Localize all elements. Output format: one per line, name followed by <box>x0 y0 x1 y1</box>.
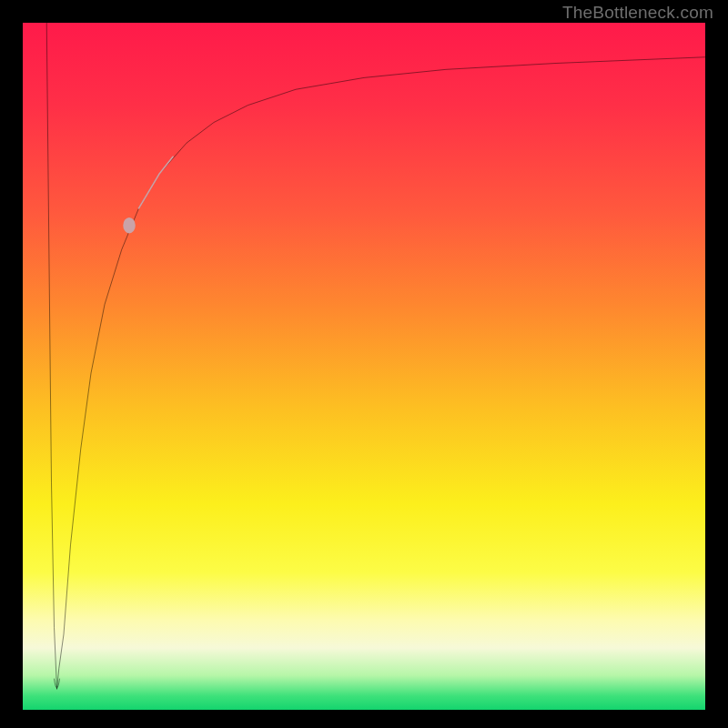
highlight-dot <box>123 217 136 233</box>
chart-stage: TheBottleneck.com <box>0 0 728 728</box>
plot-area <box>23 23 705 710</box>
curve-layer <box>23 23 705 710</box>
bottleneck-curve <box>46 23 705 689</box>
attribution-label: TheBottleneck.com <box>562 3 713 23</box>
